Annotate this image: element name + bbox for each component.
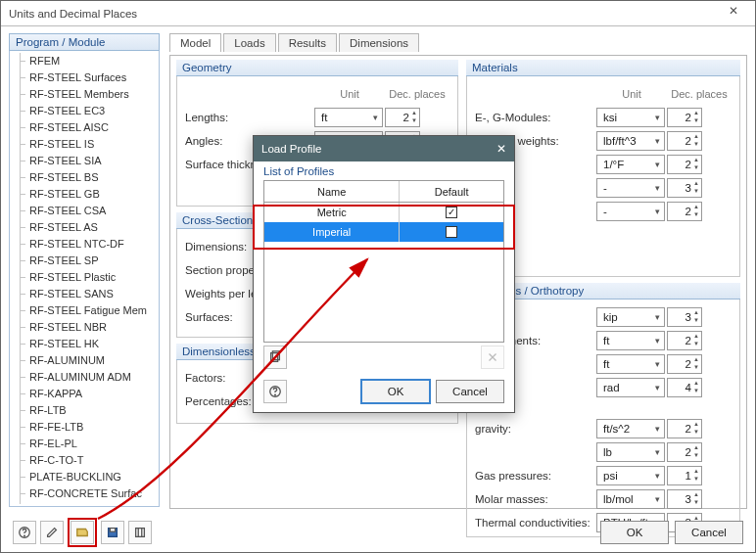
- dec-places-spinner[interactable]: 2▲▼: [667, 419, 702, 438]
- dec-places-spinner[interactable]: 2▲▼: [667, 202, 702, 221]
- tree-item[interactable]: RF-LTB: [16, 402, 159, 419]
- dec-places-spinner[interactable]: 1▲▼: [667, 466, 702, 485]
- dec-places-spinner[interactable]: 2▲▼: [667, 155, 702, 174]
- dialog-ok-button[interactable]: OK: [361, 380, 430, 403]
- unit-select[interactable]: ksi▾: [596, 108, 665, 127]
- tree-item[interactable]: RF-STEEL SP: [16, 253, 159, 269]
- tree-item[interactable]: RF-ALUMINUM: [16, 352, 159, 369]
- dec-places-spinner[interactable]: 3▲▼: [667, 307, 702, 327]
- help-button[interactable]: [13, 521, 36, 544]
- row-label: gravity:: [475, 423, 596, 435]
- unit-select[interactable]: rad▾: [596, 378, 665, 397]
- settings-row: Lengths:ft▾2▲▼: [185, 106, 449, 129]
- tree-item[interactable]: RF-STEEL Fatigue Mem: [16, 302, 159, 319]
- svg-point-1: [24, 535, 25, 536]
- default-checkbox[interactable]: ✓: [446, 207, 457, 218]
- tree-item[interactable]: RF-KAPPA: [16, 386, 159, 402]
- tree-item[interactable]: RF-STEEL Plastic: [16, 269, 159, 286]
- tree-item[interactable]: RF-ALUMINUM ADM: [16, 369, 159, 386]
- tree-item[interactable]: RF-FE-LTB: [16, 419, 159, 436]
- tree-item[interactable]: RF-STEEL SANS: [16, 286, 159, 302]
- profile-list[interactable]: Name Default Metric✓Imperial: [263, 180, 504, 343]
- default-checkbox[interactable]: [446, 226, 457, 238]
- dialog-cancel-button[interactable]: Cancel: [436, 380, 504, 403]
- unit-select[interactable]: psi▾: [596, 466, 665, 485]
- col-header-name: Name: [264, 181, 400, 202]
- tree-item[interactable]: RF-STEEL NBR: [16, 319, 159, 336]
- copy-profile-button[interactable]: [263, 346, 287, 369]
- list-caption: List of Profiles: [263, 161, 504, 180]
- tree-item[interactable]: RF-STEEL HK: [16, 336, 159, 352]
- dialog-help-button[interactable]: [263, 380, 287, 403]
- tree-item[interactable]: RF-CONCRETE Membe: [16, 502, 159, 507]
- header-unit: Unit: [314, 88, 385, 100]
- unit-select[interactable]: -▾: [596, 178, 665, 198]
- tree-item[interactable]: RF-STEEL AS: [16, 219, 159, 236]
- close-icon[interactable]: ✕: [496, 142, 506, 156]
- sidebar-tree[interactable]: RFEMRF-STEEL SurfacesRF-STEEL MembersRF-…: [9, 51, 160, 507]
- tree-item[interactable]: RF-STEEL SIA: [16, 153, 159, 169]
- unit-select[interactable]: ft▾: [596, 331, 665, 350]
- unit-select[interactable]: lb▾: [596, 442, 665, 462]
- tree-item[interactable]: RFEM: [16, 53, 159, 69]
- default-button[interactable]: [128, 521, 152, 544]
- group-caption: Materials: [466, 60, 740, 76]
- dec-places-spinner[interactable]: 2▲▼: [667, 354, 702, 374]
- cancel-button[interactable]: Cancel: [675, 521, 743, 544]
- unit-select[interactable]: ft/s^2▾: [596, 419, 665, 438]
- sidebar-caption: Program / Module: [9, 33, 160, 51]
- delete-profile-button[interactable]: [481, 346, 504, 369]
- tab-model[interactable]: Model: [169, 33, 221, 52]
- row-label: Lengths:: [185, 112, 314, 123]
- header-dec: Dec. places: [667, 88, 732, 100]
- tree-item[interactable]: RF-C-TO-T: [16, 452, 159, 469]
- tree-item[interactable]: PLATE-BUCKLING: [16, 469, 159, 485]
- tree-item[interactable]: RF-STEEL AISC: [16, 119, 159, 136]
- unit-select[interactable]: 1/°F▾: [596, 155, 665, 174]
- group-caption: Geometry: [176, 60, 458, 76]
- unit-select[interactable]: lb/mol▾: [596, 489, 665, 509]
- unit-select[interactable]: kip▾: [596, 307, 665, 327]
- dec-places-spinner[interactable]: 2▲▼: [667, 331, 702, 350]
- dec-places-spinner[interactable]: 4▲▼: [667, 378, 702, 397]
- dec-places-spinner[interactable]: 2▲▼: [667, 442, 702, 462]
- row-label: Gas pressures:: [475, 470, 596, 482]
- tree-item[interactable]: RF-STEEL EC3: [16, 103, 159, 119]
- row-label: E-, G-Modules:: [475, 112, 596, 123]
- close-icon[interactable]: ✕: [718, 4, 749, 23]
- settings-row: Molar masses:lb/mol▾3▲▼: [475, 487, 732, 511]
- unit-select[interactable]: -▾: [596, 202, 665, 221]
- tab-loads[interactable]: Loads: [223, 33, 275, 52]
- profile-row[interactable]: Metric✓: [264, 203, 503, 222]
- dec-places-spinner[interactable]: 3▲▼: [667, 178, 702, 198]
- load-profile-button[interactable]: [71, 521, 94, 544]
- tree-item[interactable]: RF-CONCRETE Surfac: [16, 485, 159, 502]
- tree-item[interactable]: RF-EL-PL: [16, 436, 159, 452]
- load-profile-dialog: Load Profile ✕ List of Profiles Name Def…: [253, 135, 515, 413]
- dec-places-spinner[interactable]: 2▲▼: [667, 108, 702, 127]
- settings-row: E-, G-Modules:ksi▾2▲▼: [475, 106, 732, 129]
- tree-item[interactable]: RF-STEEL Members: [16, 86, 159, 103]
- tree-item[interactable]: RF-STEEL CSA: [16, 203, 159, 219]
- tab-dimensions[interactable]: Dimensions: [339, 33, 419, 52]
- edit-button[interactable]: [40, 521, 64, 544]
- profile-row[interactable]: Imperial: [264, 222, 503, 242]
- row-label: Molar masses:: [475, 493, 596, 505]
- tree-item[interactable]: RF-STEEL NTC-DF: [16, 236, 159, 253]
- ok-button[interactable]: OK: [600, 521, 669, 544]
- dialog-titlebar: Load Profile ✕: [254, 136, 514, 161]
- unit-select[interactable]: lbf/ft^3▾: [596, 131, 665, 151]
- dec-places-spinner[interactable]: 2▲▼: [385, 108, 420, 127]
- unit-select[interactable]: ft▾: [596, 354, 665, 374]
- tab-results[interactable]: Results: [278, 33, 337, 52]
- dec-places-spinner[interactable]: 2▲▼: [667, 131, 702, 151]
- tree-item[interactable]: RF-STEEL Surfaces: [16, 69, 159, 86]
- tree-item[interactable]: RF-STEEL BS: [16, 169, 159, 186]
- tree-item[interactable]: RF-STEEL GB: [16, 186, 159, 203]
- dec-places-spinner[interactable]: 3▲▼: [667, 489, 702, 509]
- unit-select[interactable]: ft▾: [314, 108, 383, 127]
- save-button[interactable]: [101, 521, 124, 544]
- tree-item[interactable]: RF-STEEL IS: [16, 136, 159, 153]
- titlebar: Units and Decimal Places ✕: [1, 1, 755, 26]
- dialog-title: Load Profile: [261, 143, 321, 155]
